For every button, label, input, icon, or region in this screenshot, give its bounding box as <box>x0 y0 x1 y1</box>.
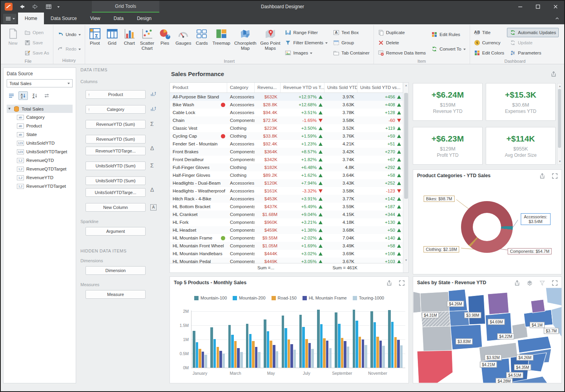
open-button[interactable]: Open <box>22 28 52 37</box>
tree-field-product[interactable]: abProduct <box>7 122 73 130</box>
tree-field-revenueqtd[interactable]: 1,2RevenueQTD <box>7 156 73 165</box>
state-shape[interactable] <box>531 299 545 313</box>
data-item-revenueytd-sum-[interactable]: RevenueYTD (Sum) <box>86 120 146 129</box>
maximize-item-button[interactable] <box>551 172 558 180</box>
duplicate-button[interactable]: Duplicate <box>375 28 429 37</box>
edit-colors-button[interactable]: Edit Colors <box>471 48 507 58</box>
table-row[interactable]: Hitch Rack - 4-BikeAccessories$453K+3.91… <box>170 195 403 203</box>
kpi-card-avg-order-size[interactable]: +$114K$955KAvg Order Size <box>486 127 556 165</box>
data-item-unitssoldytdtarge-[interactable]: UnitsSoldYTDTarge... <box>86 188 146 197</box>
edit-rules-button[interactable]: Edit Rules <box>428 30 468 39</box>
tree-field-unitssoldytdtarget[interactable]: 123UnitsSoldYTDTarget <box>7 147 73 156</box>
scroll-up-icon[interactable]: ▲ <box>558 85 561 88</box>
filter-icon[interactable] <box>539 279 546 287</box>
state-shape[interactable] <box>468 295 485 325</box>
quick-access-caret-icon[interactable] <box>57 6 60 9</box>
cards-scrollbar[interactable]: ▲ ▼ <box>557 83 562 165</box>
table-row[interactable]: Cycling CapClothing$33.8K+1.59%3.76K+59 <box>170 132 403 140</box>
grid-column-header[interactable]: Units Sold YTD vs... <box>357 83 403 93</box>
collapse-ribbon-button[interactable] <box>553 15 561 22</box>
data-item-revenueytd-sum-[interactable]: RevenueYTD (Sum) <box>86 135 146 143</box>
maximize-item-button[interactable] <box>398 279 405 287</box>
save-button[interactable]: Save <box>22 38 52 47</box>
sort-descending-button[interactable]: ZA <box>30 91 40 100</box>
data-item-new-column[interactable]: New Column <box>86 203 146 212</box>
scroll-down-icon[interactable]: ▼ <box>558 160 561 163</box>
tab-design[interactable]: Design <box>130 13 158 24</box>
state-shape[interactable] <box>448 289 467 311</box>
data-source-select[interactable]: Total Sales <box>7 79 73 87</box>
grid-column-header[interactable]: Revenu... <box>255 83 281 93</box>
scroll-down-icon[interactable]: ▼ <box>405 259 408 262</box>
data-item-unitssoldytd-sum-[interactable]: UnitsSoldYTD (Sum) <box>86 176 146 185</box>
grid-dashboard-item[interactable]: ProductCategoryRevenu...Revenue YTD vs T… <box>170 82 409 273</box>
grid-column-header[interactable]: Category <box>227 83 255 93</box>
close-button[interactable] <box>547 1 564 13</box>
legend-item[interactable]: Road-150 <box>272 296 297 300</box>
state-shape[interactable] <box>546 288 562 306</box>
move-fields-button[interactable] <box>42 91 51 100</box>
data-item-category[interactable]: Category <box>86 105 146 114</box>
grid-scrollbar-thumb[interactable] <box>404 93 408 199</box>
cards-scrollbar-thumb[interactable] <box>558 89 561 148</box>
legend-item[interactable]: Mountain-100 <box>194 296 227 300</box>
tree-field-revenueytd[interactable]: 1,2RevenueYTD <box>7 173 73 182</box>
file-menu-button[interactable] <box>3 14 16 24</box>
chart-button[interactable]: Chart <box>121 26 138 46</box>
forward-icon[interactable] <box>31 2 40 11</box>
state-shape[interactable] <box>450 325 482 350</box>
layers-icon[interactable] <box>526 279 533 287</box>
column-chooser-button[interactable] <box>7 91 16 100</box>
text-box-button[interactable]: AText Box <box>330 28 372 37</box>
table-row[interactable]: Full-Finger GlovesClothing$182K+6.48%4.8… <box>170 163 403 171</box>
title-button[interactable]: ABTitle <box>471 28 507 37</box>
table-row[interactable]: Classic VestClothing$223K+3.50%3.52K+119 <box>170 124 403 132</box>
tab-home[interactable]: Home <box>18 13 44 24</box>
sort-ascending-button[interactable]: AZ <box>18 91 28 100</box>
data-item-product[interactable]: Product <box>86 90 146 99</box>
table-row[interactable]: Front BrakesComponents$364K+8.57%3.42K+2… <box>170 148 403 156</box>
remove-data-items-button[interactable]: Remove Data Items <box>375 48 429 58</box>
sort-by-icon[interactable] <box>150 106 157 113</box>
pies-button[interactable]: Pies <box>156 26 173 46</box>
table-row[interactable]: Half-Finger GlovesClothing$89.2K+1.62%3.… <box>170 171 403 179</box>
tree-field-revenueytdtarget[interactable]: 1,2RevenueYTDTarget <box>7 182 73 191</box>
scatter-chart-button[interactable]: Scatter Chart <box>138 26 156 51</box>
table-row[interactable]: HL CranksetComponents$1.68M+9.04%4.15K+3… <box>170 211 403 218</box>
tab-data[interactable]: Data <box>107 13 130 24</box>
pivot-button[interactable]: ΣPivot <box>86 26 104 46</box>
tab-data-source[interactable]: Data Source <box>44 13 84 24</box>
grid-button[interactable]: Grid <box>104 26 121 46</box>
delete-button[interactable]: Delete <box>375 38 429 47</box>
undo-button[interactable]: Undo <box>55 30 84 39</box>
save-as-button[interactable]: Save As <box>22 48 52 58</box>
images-button[interactable]: Images <box>282 48 330 58</box>
table-row[interactable]: Headlights - Dual-BeamAccessories$120K+7… <box>170 179 403 187</box>
slice-label-accessories[interactable]: Accessories:$3.54M <box>521 213 550 225</box>
currency-button[interactable]: $Currency <box>471 38 507 47</box>
convert-to-button[interactable]: Convert To <box>428 44 468 54</box>
sort-by-icon[interactable] <box>150 91 157 98</box>
filter-elements-button[interactable]: Filter Elements <box>282 38 330 47</box>
table-row[interactable]: Bike WashAccessories$28.8K+12.68%3.63K+4… <box>170 101 403 109</box>
tab-container-button[interactable]: Tab Container <box>330 48 372 58</box>
gauges-button[interactable]: Gauges <box>173 26 193 46</box>
state-shape[interactable] <box>417 350 453 383</box>
data-item-revenueytdtarge-[interactable]: RevenueYTDTarge... <box>86 147 146 155</box>
table-row[interactable]: All-Purpose Bike StandAccessories$632K+1… <box>170 93 403 101</box>
tree-field-unitssoldytd[interactable]: 123UnitsSoldYTD <box>7 139 73 147</box>
cards-button[interactable]: Cards <box>193 26 210 46</box>
table-row[interactable]: Headlights - WeatherproofAccessories$161… <box>170 187 403 195</box>
map-dashboard-item[interactable]: Sales by State - Revenue YTD <box>413 276 562 383</box>
kpi-card-expenses-ytd[interactable]: +$15.3K$30.6MExpenses YTD <box>486 83 556 121</box>
export-button[interactable] <box>539 172 546 180</box>
update-button[interactable]: Update <box>507 38 559 47</box>
export-dashboard-button[interactable] <box>550 71 557 78</box>
parameters-button[interactable]: Parameters <box>507 48 559 58</box>
choropleth-map-button[interactable]: Choropleth Map <box>232 26 258 51</box>
state-shape[interactable] <box>420 292 449 312</box>
dimension-button[interactable]: Dimension <box>86 266 146 275</box>
table-row[interactable]: Front DerailleurComponents$342K+1.82%3.7… <box>170 156 403 163</box>
tree-root-total-sales[interactable]: Total Sales <box>7 105 73 113</box>
table-row[interactable]: ChainComponents$72.5K-1.65%3.58K-60 <box>170 116 403 124</box>
